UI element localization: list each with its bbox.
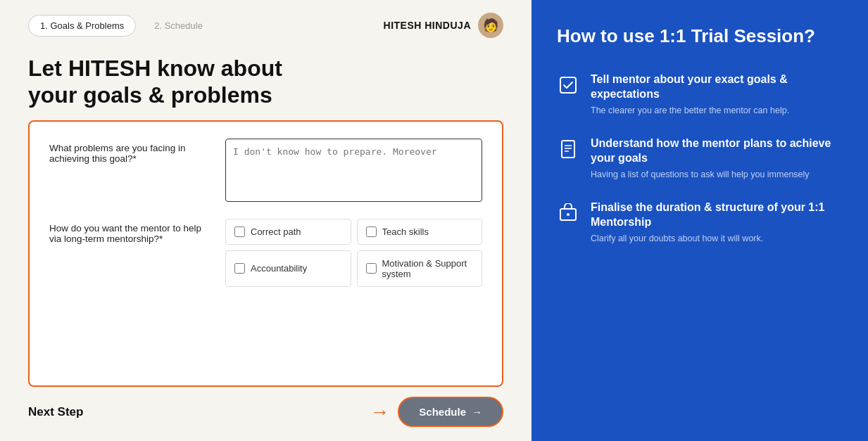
tip3-icon [557,202,579,224]
page-title: Let HITESH know aboutyour goals & proble… [28,55,503,109]
option-motivation-support-label: Motivation & Support system [382,258,474,279]
question1-textarea[interactable] [225,139,482,202]
tip2-heading: Understand how the mentor plans to achie… [591,136,843,166]
svg-rect-1 [562,141,574,158]
svg-rect-0 [560,77,576,93]
bottom-right: → Schedule → [370,397,503,427]
tip2-icon [557,138,579,160]
right-title: How to use 1:1 Trial Session? [557,25,843,47]
question1-section: What problems are you facing in achievin… [49,139,482,205]
option-motivation-support[interactable]: Motivation & Support system [357,250,483,287]
tip-item-2: Understand how the mentor plans to achie… [557,136,843,181]
tip-item-1: Tell mentor about your exact goals & exp… [557,72,843,117]
step2-label: 2. Schedule [154,20,203,31]
nav-steps: 1. Goals & Problems 2. Schedule [28,15,214,37]
question2-label: How do you want the mentor to help via l… [49,219,204,244]
tip1-heading: Tell mentor about your exact goals & exp… [591,72,843,102]
tip3-desc: Clarify all your doubts about how it wil… [591,233,843,245]
user-info: HITESH HINDUJA 🧑 [384,13,503,38]
schedule-btn-arrow-icon: → [472,406,482,418]
option-accountability[interactable]: Accountability [225,250,351,287]
question2-section: How do you want the mentor to help via l… [49,219,482,287]
tip2-desc: Having a list of questions to ask will h… [591,169,843,181]
user-name: HITESH HINDUJA [384,20,471,31]
option-correct-path-label: Correct path [251,226,301,237]
checkbox-grid-container: Correct path Teach skills Accountability… [225,219,482,287]
tip1-desc: The clearer you are the better the mento… [591,105,843,117]
step1-pill[interactable]: 1. Goals & Problems [28,15,136,37]
tip1-icon [557,74,579,96]
tip-item-3: Finalise the duration & structure of you… [557,200,843,245]
checkbox-teach-skills[interactable] [366,226,377,237]
checkbox-accountability[interactable] [234,263,245,274]
form-card: What problems are you facing in achievin… [28,120,503,387]
svg-point-6 [567,213,570,216]
option-accountability-label: Accountability [251,263,307,274]
question1-label: What problems are you facing in achievin… [49,139,204,164]
next-step-label: Next Step [28,405,83,419]
checkbox-motivation-support[interactable] [366,263,377,274]
question1-input-area [225,139,482,205]
top-nav: 1. Goals & Problems 2. Schedule HITESH H… [28,0,503,48]
avatar: 🧑 [478,13,503,38]
option-teach-skills-label: Teach skills [382,226,429,237]
tip1-content: Tell mentor about your exact goals & exp… [591,72,843,117]
bottom-area: Next Step → Schedule → [28,397,503,427]
option-teach-skills[interactable]: Teach skills [357,219,483,245]
step2-pill[interactable]: 2. Schedule [143,15,214,36]
left-panel: 1. Goals & Problems 2. Schedule HITESH H… [0,0,532,441]
checkbox-grid: Correct path Teach skills Accountability… [225,219,482,287]
arrow-right-icon: → [370,401,389,423]
schedule-button[interactable]: Schedule → [398,397,503,427]
tip3-content: Finalise the duration & structure of you… [591,200,843,245]
schedule-btn-label: Schedule [419,406,466,418]
checkbox-correct-path[interactable] [234,226,245,237]
right-panel: How to use 1:1 Trial Session? Tell mento… [532,0,868,441]
step1-label: 1. Goals & Problems [40,20,124,31]
tip2-content: Understand how the mentor plans to achie… [591,136,843,181]
option-correct-path[interactable]: Correct path [225,219,351,245]
tip3-heading: Finalise the duration & structure of you… [591,200,843,230]
